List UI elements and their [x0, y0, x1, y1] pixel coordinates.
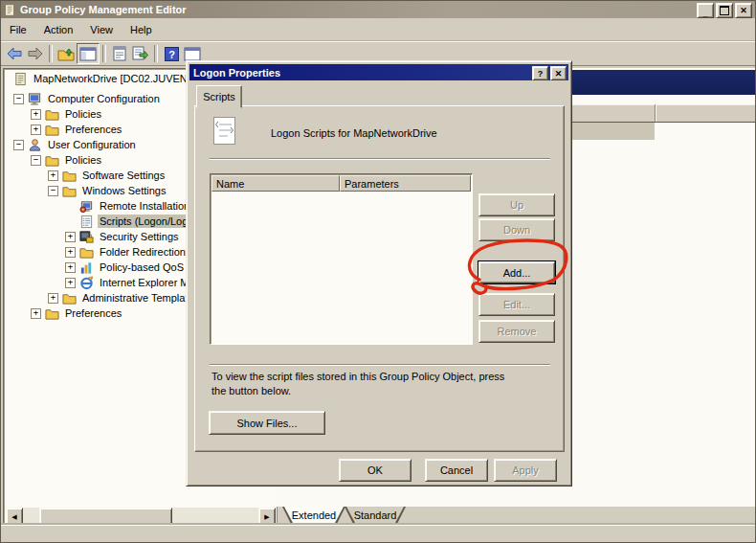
gpo-scroll-icon — [13, 72, 28, 86]
dialog-heading: Logon Scripts for MapNetworkDrive — [271, 127, 437, 139]
script-file-icon — [211, 116, 237, 146]
folder-icon — [62, 184, 77, 198]
note-text-line1: To view the script files stored in this … — [211, 371, 504, 382]
view-tab-strip: Extended Standard — [277, 507, 756, 525]
collapse-icon[interactable]: − — [13, 140, 24, 150]
tab-extended[interactable]: Extended — [282, 507, 345, 524]
expand-icon[interactable]: + — [48, 293, 58, 304]
remote-install-icon — [79, 199, 94, 214]
dialog-title: Logon Properties — [193, 67, 280, 79]
tab-standard[interactable]: Standard — [345, 507, 406, 524]
group-policy-editor-window: Group Policy Management Editor _ ✕ File … — [0, 0, 756, 543]
computer-icon — [28, 92, 42, 106]
expand-icon[interactable]: + — [31, 124, 41, 135]
collapse-icon[interactable]: − — [31, 155, 41, 166]
down-button[interactable]: Down — [478, 218, 555, 241]
minimize-button[interactable]: _ — [697, 3, 714, 18]
show-console-tree-icon[interactable] — [77, 43, 100, 64]
expand-icon[interactable]: + — [31, 308, 41, 319]
window-title: Group Policy Management Editor — [20, 4, 187, 15]
edit-button[interactable]: Edit... — [478, 293, 555, 316]
expand-icon[interactable]: + — [48, 170, 58, 181]
separator — [210, 364, 550, 366]
close-button[interactable]: ✕ — [735, 3, 752, 18]
column-divider[interactable] — [655, 104, 656, 122]
window-titlebar: Group Policy Management Editor _ ✕ — [1, 1, 755, 18]
dialog-close-icon[interactable]: ✕ — [550, 66, 567, 80]
user-icon — [28, 138, 42, 152]
expand-icon[interactable]: + — [65, 232, 76, 242]
dialog-help-icon[interactable]: ? — [532, 66, 548, 80]
collapse-icon[interactable]: − — [13, 94, 24, 104]
maximize-button[interactable] — [716, 3, 733, 18]
tab-scripts[interactable]: Scripts — [196, 85, 242, 108]
cancel-button[interactable]: Cancel — [425, 459, 488, 482]
folder-icon — [45, 123, 59, 137]
toolbar-separator — [49, 45, 53, 62]
forward-icon[interactable] — [25, 44, 46, 63]
security-icon — [79, 230, 94, 244]
list-header: Name Parameters — [211, 175, 471, 192]
logon-properties-dialog: Logon Properties ? ✕ Scripts Logon Scrip… — [186, 60, 572, 486]
menu-help[interactable]: Help — [122, 21, 161, 38]
folder-icon — [45, 306, 59, 321]
scroll-right-icon[interactable]: ▶ — [258, 508, 276, 526]
expand-icon[interactable]: + — [65, 278, 76, 288]
internet-explorer-icon — [79, 276, 94, 290]
add-button[interactable]: Add... — [478, 261, 555, 283]
apply-button[interactable]: Apply — [494, 459, 557, 482]
note-text-line2: the button below. — [211, 385, 291, 396]
scripts-list[interactable]: Name Parameters — [210, 173, 473, 345]
toolbar-separator — [154, 45, 158, 62]
folder-icon — [45, 107, 59, 122]
help-icon[interactable]: ? — [161, 44, 182, 63]
app-scroll-icon — [4, 4, 16, 16]
ok-button[interactable]: OK — [339, 459, 411, 482]
menu-bar: File Action View Help — [1, 19, 755, 41]
folder-icon — [62, 291, 77, 305]
dialog-titlebar: Logon Properties ? ✕ — [189, 64, 568, 80]
export-list-icon[interactable] — [130, 44, 151, 63]
svg-text:?: ? — [168, 48, 175, 59]
selected-tree-item-label: Scripts (Logon/Logo — [98, 215, 195, 228]
expand-icon[interactable]: + — [65, 262, 76, 273]
separator — [210, 158, 550, 160]
scripts-icon — [79, 215, 94, 229]
menu-file[interactable]: File — [1, 21, 35, 38]
qos-chart-icon — [79, 260, 94, 275]
show-files-button[interactable]: Show Files... — [209, 411, 325, 435]
status-bar — [1, 525, 755, 543]
expand-icon[interactable]: + — [31, 109, 41, 120]
back-icon[interactable] — [4, 44, 25, 63]
column-parameters[interactable]: Parameters — [340, 175, 471, 192]
expand-icon[interactable]: + — [65, 247, 76, 258]
menu-view[interactable]: View — [81, 21, 122, 38]
toolbar-separator — [102, 45, 106, 62]
column-name[interactable]: Name — [211, 175, 340, 192]
menu-action[interactable]: Action — [35, 21, 82, 38]
folder-icon — [62, 169, 77, 183]
remove-button[interactable]: Remove — [478, 320, 555, 343]
scrollbar-thumb[interactable] — [39, 508, 172, 526]
scroll-left-icon[interactable]: ◀ — [6, 508, 23, 526]
collapse-icon[interactable]: − — [48, 186, 58, 196]
horizontal-scrollbar[interactable]: ◀ ▶ — [6, 508, 276, 524]
folder-icon — [79, 245, 94, 260]
folder-icon — [45, 153, 59, 168]
properties-icon[interactable] — [109, 44, 130, 63]
up-one-level-icon[interactable] — [56, 44, 77, 63]
up-button[interactable]: Up — [478, 193, 555, 216]
